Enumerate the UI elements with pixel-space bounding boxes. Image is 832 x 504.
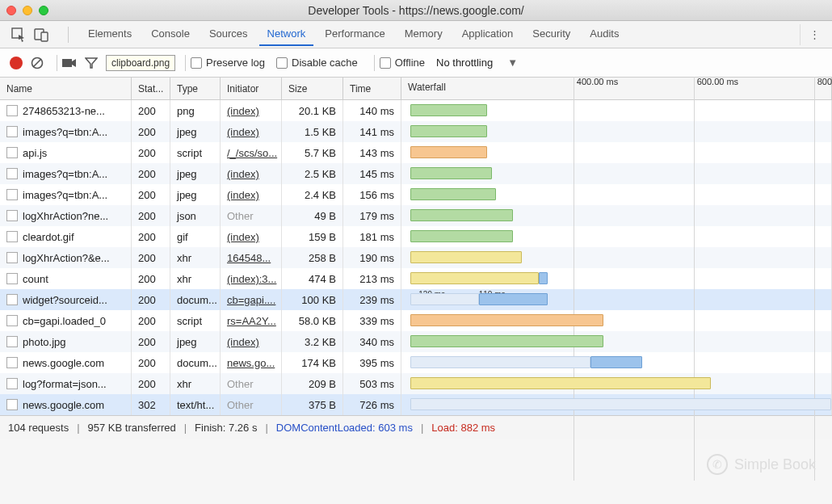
initiator-link[interactable]: rs=AA2Y...: [227, 315, 276, 327]
cell-time: 179 ms: [343, 205, 401, 226]
file-icon: [6, 126, 18, 137]
cell-status: 200: [132, 142, 170, 163]
request-row[interactable]: photo.jpg200jpeg(index)3.2 KB340 ms: [0, 331, 832, 352]
minimize-window-button[interactable]: [23, 6, 32, 15]
cell-status: 302: [132, 394, 170, 415]
more-menu-icon[interactable]: ⋮: [800, 24, 821, 45]
request-name: 2748653213-ne...: [23, 105, 105, 117]
status-requests: 104 requests: [8, 422, 69, 434]
zoom-window-button[interactable]: [39, 6, 48, 15]
initiator-link[interactable]: (index):3...: [227, 273, 276, 285]
initiator-link[interactable]: (index): [227, 126, 259, 138]
tab-console[interactable]: Console: [143, 23, 198, 46]
cell-size: 2.4 KB: [282, 184, 343, 205]
cell-time: 141 ms: [343, 121, 401, 142]
cell-size: 5.7 KB: [282, 142, 343, 163]
cell-time: 340 ms: [343, 331, 401, 352]
request-row[interactable]: cleardot.gif200gif(index)159 B181 ms: [0, 226, 832, 247]
cell-type: script: [170, 142, 221, 163]
cell-initiator: Other: [221, 373, 282, 394]
request-name: news.google.com: [23, 357, 104, 369]
cell-status: 200: [132, 163, 170, 184]
cell-type: jpeg: [170, 163, 221, 184]
cell-status: 200: [132, 310, 170, 331]
initiator-link[interactable]: (index): [227, 336, 259, 348]
disable-cache-checkbox[interactable]: Disable cache: [276, 57, 358, 69]
request-row[interactable]: api.js200script/_/scs/so...5.7 KB143 ms: [0, 142, 832, 163]
throttling-select[interactable]: No throttling ▼: [436, 57, 518, 69]
request-row[interactable]: logXhrAction?&e...200xhr164548...258 B19…: [0, 247, 832, 268]
checkbox-box: [191, 57, 202, 69]
request-row[interactable]: 2748653213-ne...200png(index)20.1 KB140 …: [0, 100, 832, 121]
tab-network[interactable]: Network: [259, 23, 314, 46]
header-type[interactable]: Type: [170, 78, 221, 99]
cell-name: count: [0, 268, 132, 289]
tab-elements[interactable]: Elements: [80, 23, 140, 46]
request-row[interactable]: log?format=json...200xhrOther209 B503 ms: [0, 373, 832, 394]
initiator-link[interactable]: cb=gapi....: [227, 294, 275, 306]
cell-size: 209 B: [282, 373, 343, 394]
close-window-button[interactable]: [6, 6, 16, 15]
waterfall-bar: [410, 188, 496, 200]
clear-icon[interactable]: [31, 57, 44, 69]
initiator-link[interactable]: news.go...: [227, 357, 275, 369]
initiator-link[interactable]: (index): [227, 189, 259, 201]
inspect-element-icon[interactable]: [11, 27, 26, 42]
cell-status: 200: [132, 268, 170, 289]
status-finish: Finish: 7.26 s: [195, 422, 257, 434]
file-icon: [6, 189, 18, 200]
tab-application[interactable]: Application: [454, 23, 522, 46]
tab-audits[interactable]: Audits: [582, 23, 627, 46]
tab-sources[interactable]: Sources: [201, 23, 256, 46]
request-row[interactable]: logXhrAction?ne...200jsonOther49 B179 ms: [0, 205, 832, 226]
initiator-link[interactable]: (index): [227, 231, 259, 243]
header-initiator[interactable]: Initiator: [221, 78, 282, 99]
tooltip: clipboard.png: [106, 55, 175, 71]
header-waterfall[interactable]: Waterfall 400.00 ms600.00 ms800: [401, 78, 832, 99]
request-row[interactable]: count200xhr(index):3...474 B213 ms: [0, 268, 832, 289]
record-button[interactable]: [10, 57, 23, 69]
request-row[interactable]: news.google.com200docum...news.go...174 …: [0, 352, 832, 373]
request-row[interactable]: images?q=tbn:A...200jpeg(index)2.5 KB145…: [0, 163, 832, 184]
device-toolbar-icon[interactable]: [34, 27, 48, 42]
offline-checkbox[interactable]: Offline: [380, 57, 425, 69]
checkbox-box: [276, 57, 288, 69]
request-row[interactable]: images?q=tbn:A...200jpeg(index)2.4 KB156…: [0, 184, 832, 205]
tab-security[interactable]: Security: [524, 23, 578, 46]
header-status[interactable]: Stat...: [132, 78, 170, 99]
initiator-link[interactable]: /_/scs/so...: [227, 147, 277, 159]
cell-type: gif: [170, 226, 221, 247]
request-row[interactable]: cb=gapi.loaded_0200scriptrs=AA2Y...58.0 …: [0, 310, 832, 331]
request-row[interactable]: images?q=tbn:A...200jpeg(index)1.5 KB141…: [0, 121, 832, 142]
filter-icon[interactable]: [85, 57, 98, 69]
cell-waterfall: [401, 331, 832, 352]
header-name[interactable]: Name: [0, 78, 132, 99]
preserve-log-checkbox[interactable]: Preserve log: [191, 57, 265, 69]
request-name: api.js: [23, 147, 47, 159]
file-icon: [6, 399, 18, 410]
tab-performance[interactable]: Performance: [317, 23, 393, 46]
header-size[interactable]: Size: [282, 78, 343, 99]
initiator-link[interactable]: (index): [227, 105, 259, 117]
header-time[interactable]: Time: [343, 78, 401, 99]
svg-rect-5: [62, 59, 72, 67]
request-row[interactable]: widget?sourceid...200docum...cb=gapi....…: [0, 289, 832, 310]
cell-name: news.google.com: [0, 394, 132, 415]
dropdown-arrow-icon: ▼: [507, 57, 518, 69]
checkbox-box: [380, 57, 391, 69]
waterfall-bar: [410, 398, 831, 410]
tab-memory[interactable]: Memory: [397, 23, 451, 46]
cell-waterfall: [401, 373, 832, 394]
initiator-link[interactable]: 164548...: [227, 252, 271, 264]
cell-time: 181 ms: [343, 226, 401, 247]
request-name: cleardot.gif: [23, 231, 74, 243]
request-row[interactable]: news.google.com302text/ht...Other375 B72…: [0, 394, 832, 415]
initiator-link[interactable]: (index): [227, 168, 259, 180]
cell-type: text/ht...: [170, 394, 221, 415]
cell-initiator: (index): [221, 163, 282, 184]
cell-initiator: (index): [221, 331, 282, 352]
cell-initiator: Other: [221, 205, 282, 226]
waterfall-bar: [410, 230, 514, 242]
cell-name: news.google.com: [0, 352, 132, 373]
camera-icon[interactable]: [62, 57, 77, 69]
